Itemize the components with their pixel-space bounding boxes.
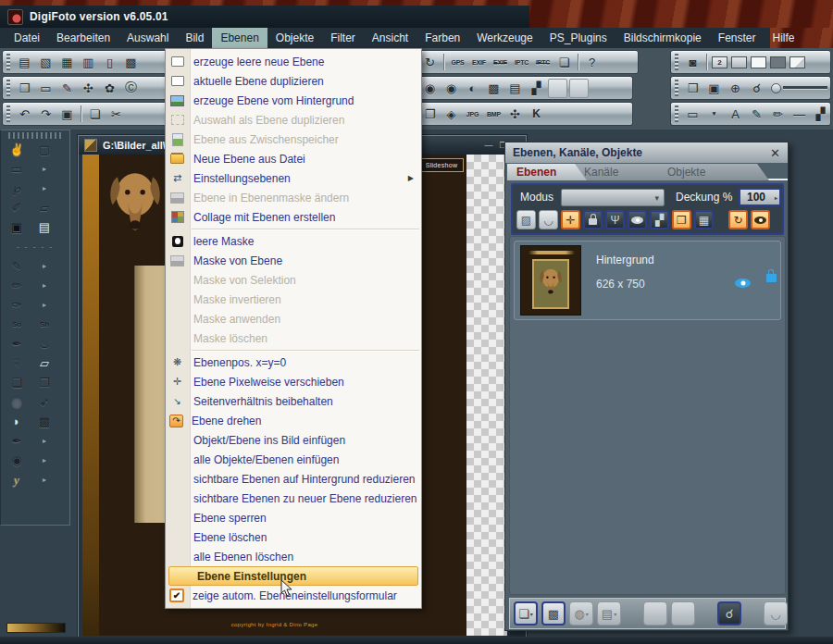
- menu-bearbeiten[interactable]: Bearbeiten: [48, 28, 118, 48]
- mode-circle-icon[interactable]: ◍▾: [569, 601, 593, 625]
- gradient-swatch[interactable]: [6, 623, 66, 633]
- flyout-arrow-icon[interactable]: ▸: [31, 456, 58, 464]
- rotate-image-icon[interactable]: ↻: [420, 53, 440, 72]
- redo-icon[interactable]: ↷: [36, 105, 56, 124]
- effects-flower-icon[interactable]: ✿: [100, 79, 119, 98]
- iptc-icon[interactable]: IPTC: [512, 53, 531, 72]
- menu-filter[interactable]: Filter: [322, 28, 364, 48]
- menu-item-auswahl-als-ebene-duplizieren[interactable]: Auswahl als Ebene duplizieren: [166, 110, 421, 130]
- menu-bild[interactable]: Bild: [177, 28, 212, 48]
- pen-tool-icon[interactable]: ✒: [3, 432, 31, 450]
- airbrush-icon[interactable]: ➶: [31, 393, 58, 411]
- bmp-format-icon[interactable]: BMP: [484, 105, 504, 124]
- pan-hand-icon[interactable]: ✌: [3, 141, 31, 158]
- move-layer-btn-icon[interactable]: ✛: [561, 210, 580, 229]
- clone-stamp-icon[interactable]: ❒: [31, 374, 58, 391]
- monitor-2-icon[interactable]: 2: [712, 56, 727, 68]
- save-icon[interactable]: ▣: [3, 218, 31, 236]
- flyout-arrow-icon[interactable]: ▸: [31, 262, 58, 270]
- menu-ebenen[interactable]: Ebenen: [212, 28, 267, 48]
- select-frame-icon[interactable]: ▣: [57, 105, 77, 124]
- monitor-page-icon[interactable]: [789, 56, 805, 68]
- cube-3d-icon[interactable]: ❒: [15, 79, 34, 98]
- menu-item-sichtbare-ebenen-auf-hintergrund-r[interactable]: sichtbare Ebenen auf Hintergrund reduzie…: [166, 469, 421, 489]
- brush3-icon[interactable]: ✑: [3, 296, 31, 314]
- menu-bildschirmkopie[interactable]: Bildschirmkopie: [615, 28, 710, 48]
- text-style-icon[interactable]: A: [726, 105, 745, 124]
- resize-grid-icon[interactable]: ▩: [541, 601, 566, 625]
- menu-item-maske-invertieren[interactable]: Maske invertieren: [166, 290, 421, 309]
- toolbar-grip[interactable]: [675, 54, 678, 70]
- red-eye-icon[interactable]: ◉: [420, 79, 440, 98]
- pencil-icon[interactable]: ✏: [768, 105, 788, 124]
- rect-select-icon[interactable]: ▭: [3, 160, 31, 178]
- stamp-icon[interactable]: ❏: [3, 374, 31, 391]
- panel-titlebar[interactable]: Ebenen, Kanäle, Objekte ✕: [505, 142, 788, 163]
- zoom-slider[interactable]: [771, 83, 827, 93]
- pattern-stamp-icon[interactable]: ▞: [811, 105, 830, 124]
- rounded-rect-icon[interactable]: ▢: [31, 141, 58, 158]
- cut-scissors-icon[interactable]: ✂: [106, 105, 126, 124]
- preview-eye-icon[interactable]: [751, 210, 770, 229]
- menu-hilfe[interactable]: Hilfe: [764, 28, 802, 48]
- toolbar-blank-button[interactable]: [548, 79, 567, 98]
- eraser2-icon[interactable]: ◗: [3, 413, 31, 430]
- menu-item-ebene-einstellungen[interactable]: Ebene Einstellungen: [168, 566, 418, 586]
- pen-icon[interactable]: ✎: [747, 105, 766, 124]
- magnifier-icon[interactable]: ☌: [717, 601, 741, 625]
- photo-stack-icon[interactable]: ❐: [420, 105, 440, 124]
- zoom-in-icon[interactable]: ⊕: [726, 79, 745, 98]
- shape-rect-icon[interactable]: ▭: [683, 105, 702, 124]
- blank-slot-2[interactable]: [671, 601, 695, 625]
- report-page-icon[interactable]: ❏: [554, 53, 574, 72]
- palette-grid-icon[interactable]: ▦: [694, 210, 714, 229]
- clipboard-icon[interactable]: ▯: [100, 53, 119, 72]
- menu-objekte[interactable]: Objekte: [267, 28, 322, 48]
- copy-layer-btn-icon[interactable]: ❒: [672, 210, 691, 229]
- layer-row-hintergrund[interactable]: Hintergrund 626 x 750: [514, 241, 781, 320]
- menu-item-objekt-ebene-ins-bild-einfügen[interactable]: Objekt/Ebene ins Bild einfügen: [166, 430, 421, 450]
- image-preview-icon[interactable]: ▥: [79, 53, 98, 72]
- flyout-arrow-icon[interactable]: ▸: [31, 281, 58, 290]
- menu-item-erzeuge-ebene-vom-hintergrund[interactable]: erzeuge Ebene vom Hintergrund: [166, 91, 421, 110]
- brush4-icon[interactable]: ✒: [3, 335, 31, 353]
- menu-item-ebene-sperren[interactable]: Ebene sperren: [166, 508, 421, 527]
- flyout-arrow-icon[interactable]: ▸: [31, 476, 58, 484]
- minimize-icon[interactable]: —: [484, 141, 492, 150]
- audio-icon[interactable]: ◉: [3, 393, 31, 411]
- soften-icon[interactable]: So: [3, 316, 31, 333]
- menu-item-sichtbare-ebenen-zu-neuer-ebene-re[interactable]: sichtbare Ebenen zu neuer Ebene reduzier…: [166, 489, 421, 508]
- modus-select[interactable]: ▾: [561, 189, 665, 206]
- menu-item-erzeuge-leere-neue-ebene[interactable]: erzeuge leere neue Ebene: [166, 52, 421, 71]
- mask-dark-icon[interactable]: ▩: [484, 79, 504, 98]
- menu-item-ebene-pixelweise-verschieben[interactable]: ✛Ebene Pixelweise verschieben: [166, 372, 421, 391]
- spray-icon[interactable]: ♨: [31, 335, 58, 353]
- menu-item-neue-ebene-aus-datei[interactable]: Neue Ebene aus Datei: [166, 149, 421, 168]
- screenshot-camera-icon[interactable]: ◙: [683, 53, 702, 72]
- lock-layer-btn-icon[interactable]: [583, 210, 603, 229]
- menu-item-zeige-autom-ebeneneinstellungsform[interactable]: ✔zeige autom. Ebeneneinstellungsformular: [166, 586, 421, 605]
- deckung-input[interactable]: 100 ▸: [739, 188, 781, 206]
- mask-half-icon[interactable]: ◐: [463, 79, 482, 98]
- copy-page-icon[interactable]: ❏: [85, 105, 105, 124]
- thumbnail-browser-icon[interactable]: ▦: [57, 53, 77, 72]
- menu-ps-plugins[interactable]: PS_Plugins: [541, 28, 615, 48]
- menu-item-alle-objekte-ebenen-einfügen[interactable]: alle Objekte/Ebenen einfügen: [166, 450, 421, 469]
- rotate-layer-btn-icon[interactable]: ↻: [728, 210, 748, 229]
- spinner-icon[interactable]: ▸: [775, 194, 777, 201]
- close-icon[interactable]: ✕: [770, 146, 780, 160]
- contact-sheet-icon[interactable]: ▩: [121, 53, 141, 72]
- sharpen-icon[interactable]: Sh: [31, 316, 58, 333]
- new-layer-page-icon[interactable]: ❏▾: [514, 601, 538, 625]
- menu-item-leere-maske[interactable]: leere Maske: [166, 231, 421, 251]
- menu-item-maske-von-ebene[interactable]: Maske von Ebene: [166, 251, 421, 270]
- plugin-k-icon[interactable]: K: [527, 105, 546, 124]
- gps-icon[interactable]: GPS: [448, 53, 467, 72]
- diamond-icon[interactable]: ◈: [441, 105, 461, 124]
- layer-lock-icon[interactable]: [766, 269, 777, 286]
- help-icon[interactable]: ?: [582, 53, 602, 72]
- menu-werkzeuge[interactable]: Werkzeuge: [468, 28, 541, 48]
- toolbar-grip[interactable]: [6, 80, 10, 96]
- flyout-arrow-icon[interactable]: ▸: [31, 437, 58, 445]
- anchor-fork-icon[interactable]: Ψ: [605, 210, 625, 229]
